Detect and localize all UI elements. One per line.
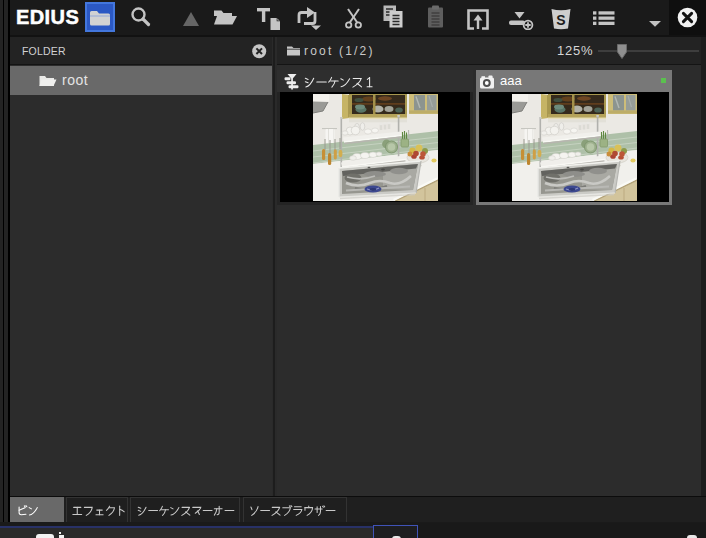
svg-text:S: S bbox=[556, 12, 565, 28]
